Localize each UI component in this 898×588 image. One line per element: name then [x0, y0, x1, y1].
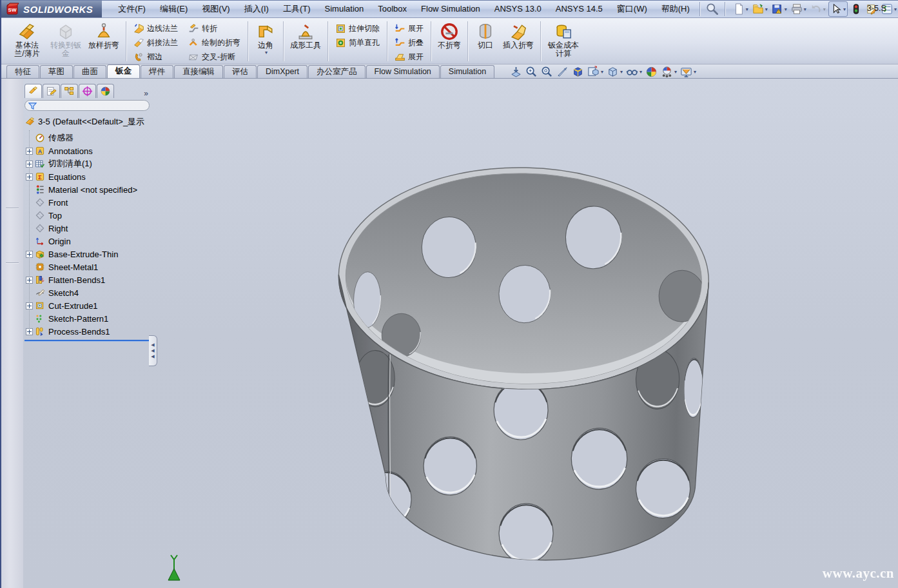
tree-item-Cut-Extrude1[interactable]: Cut-Extrude1 — [24, 299, 151, 312]
tree-item-Sketch4[interactable]: Sketch4 — [24, 286, 151, 299]
tree-item-Materialnotspecified[interactable]: Material <not specified> — [24, 183, 151, 196]
undo-button[interactable]: ▾ — [809, 1, 827, 17]
tab-Flow Simulation[interactable]: Flow Simulation — [366, 65, 440, 78]
menu-item-11[interactable]: 窗口(W) — [610, 1, 654, 17]
tab-评估[interactable]: 评估 — [224, 65, 257, 78]
tab-钣金[interactable]: 钣金 — [107, 64, 140, 78]
standard-view-7-button[interactable] — [5, 190, 20, 205]
edit-appearance-button[interactable]: ▾ — [679, 66, 697, 78]
standard-view-4-button[interactable] — [5, 139, 20, 155]
save-button[interactable]: !▾ — [770, 1, 788, 17]
zoom-to-area-button[interactable] — [525, 66, 538, 78]
hide-show-items-button-dropdown[interactable]: ▾ — [639, 69, 642, 75]
menu-item-1[interactable]: 文件(F) — [111, 1, 153, 17]
view-settings-button[interactable]: ▾ — [660, 66, 678, 78]
print-button-dropdown[interactable]: ▾ — [804, 6, 806, 12]
instant3d-button[interactable] — [5, 244, 20, 260]
edit-appearance-button-dropdown[interactable]: ▾ — [694, 69, 696, 75]
standard-view-5-button[interactable] — [5, 156, 20, 172]
configurationmanager-tab[interactable] — [61, 84, 78, 98]
tab-直接编辑[interactable]: 直接编辑 — [174, 65, 223, 78]
tree-item-传感器[interactable]: 传感器 — [24, 132, 151, 144]
tree-item-Base-Extrude-Thin[interactable]: Base-Extrude-Thin — [24, 248, 151, 260]
ribbon-button-insert-bends[interactable]: 插入折弯 — [500, 21, 536, 52]
view-orientation-button[interactable]: ▾ — [587, 66, 604, 78]
menu-item-12[interactable]: 帮助(H) — [654, 1, 697, 17]
ribbon-button-hem[interactable]: 褶边 — [130, 50, 181, 64]
ribbon-button-unfold[interactable]: 展开 — [391, 22, 427, 35]
tab-曲面[interactable]: 曲面 — [73, 65, 106, 78]
model-perforated-cylinder[interactable] — [23, 79, 898, 588]
3d-viewport[interactable]: www.ayc.cn » 3-5 (Default<<Default>_显示传感… — [23, 79, 898, 588]
tree-item-Origin[interactable]: Origin — [24, 235, 151, 248]
ribbon-button-convert-sheetmetal[interactable]: 转换到钣金 — [47, 21, 84, 60]
tree-item-切割清单(1)[interactable]: 切割清单(1) — [24, 157, 151, 170]
undo-button-dropdown[interactable]: ▾ — [823, 6, 826, 12]
save-button-dropdown[interactable]: ▾ — [785, 6, 787, 12]
open-button-dropdown[interactable]: ▾ — [765, 6, 768, 12]
propertymanager-tab[interactable] — [43, 84, 60, 98]
ribbon-button-sketched-bend[interactable]: 绘制的折弯 — [185, 36, 244, 50]
tree-item-Equations[interactable]: ΣEquations — [24, 170, 151, 183]
rebuild-button[interactable] — [849, 1, 863, 17]
tree-item-Sketch-Pattern1[interactable]: Sketch-Pattern1 — [24, 312, 151, 325]
rotate-view-button[interactable] — [556, 66, 569, 78]
ribbon-button-flatten[interactable]: 展开 — [391, 50, 427, 64]
displaymanager-tab[interactable] — [97, 84, 114, 98]
tab-办公室产品[interactable]: 办公室产品 — [308, 65, 366, 78]
view-orientation-button-dropdown[interactable]: ▾ — [601, 69, 603, 75]
ribbon-button-no-bends[interactable]: 不折弯 — [435, 21, 464, 52]
tree-item-Right[interactable]: Right — [24, 222, 151, 235]
expand-plus-icon[interactable] — [26, 302, 33, 309]
menu-item-9[interactable]: ANSYS 13.0 — [487, 1, 549, 17]
tab-Simulation[interactable]: Simulation — [440, 65, 494, 78]
tab-草图[interactable]: 草图 — [40, 65, 73, 78]
ribbon-button-jog[interactable]: 转折 — [185, 22, 244, 35]
ribbon-button-extruded-cut[interactable]: 拉伸切除 — [332, 22, 383, 35]
expand-plus-icon[interactable] — [26, 173, 33, 181]
tree-root-item[interactable]: 3-5 (Default<<Default>_显示 — [24, 115, 151, 128]
ribbon-button-edge-flange[interactable]: 边线法兰 — [130, 22, 181, 35]
menu-item-4[interactable]: 插入(I) — [237, 1, 276, 17]
tab-焊件[interactable]: 焊件 — [141, 65, 173, 78]
tree-item-Sheet-Metal1[interactable]: Sheet-Metal1 — [24, 260, 151, 273]
ribbon-button-forming-tool[interactable]: 成形工具 — [288, 21, 324, 52]
expand-plus-icon[interactable] — [26, 148, 33, 155]
expand-plus-icon[interactable] — [26, 328, 33, 335]
zoom-to-fit-button[interactable] — [509, 66, 523, 78]
tree-item-Annotations[interactable]: AAnnotations — [24, 144, 151, 157]
select-button[interactable]: ▾ — [828, 1, 848, 17]
menu-item-7[interactable]: Toolbox — [371, 1, 414, 17]
standard-view-3-button[interactable] — [5, 122, 20, 138]
tree-item-Flatten-Bends1[interactable]: Flatten-Bends1 — [24, 273, 151, 286]
menu-item-6[interactable]: Simulation — [318, 1, 371, 17]
search-icon[interactable] — [705, 2, 719, 16]
ribbon-button-corner[interactable]: 边角▾ — [252, 21, 279, 57]
ribbon-button-costing[interactable]: 钣金成本计算 — [545, 21, 582, 60]
open-button[interactable]: ▾ — [751, 1, 769, 17]
tree-item-Front[interactable]: Front — [24, 196, 151, 209]
tree-item-Top[interactable]: Top — [24, 209, 151, 222]
new-document-button[interactable]: ▾ — [732, 1, 750, 17]
expand-plus-icon[interactable] — [26, 251, 33, 258]
menu-item-3[interactable]: 视图(V) — [195, 1, 237, 17]
standard-view-6-button[interactable] — [5, 173, 20, 188]
display-style-button-dropdown[interactable]: ▾ — [620, 69, 623, 75]
zoom-in-out-button[interactable] — [540, 66, 554, 78]
tab-特征[interactable]: 特征 — [6, 65, 39, 78]
ribbon-button-corner-dropdown[interactable]: ▾ — [265, 50, 268, 55]
rollback-bar[interactable] — [24, 340, 150, 342]
tab-DimXpert[interactable]: DimXpert — [257, 65, 307, 78]
feature-tool-2-button[interactable] — [5, 282, 20, 298]
feature-tool-1-button[interactable] — [5, 266, 20, 281]
new-document-button-dropdown[interactable]: ▾ — [746, 6, 748, 12]
ribbon-button-rip[interactable]: 切口 — [472, 21, 499, 52]
featuremanager-tab[interactable] — [24, 84, 42, 98]
hide-show-items-button[interactable]: ▾ — [625, 66, 643, 78]
menu-item-2[interactable]: 编辑(E) — [153, 1, 195, 17]
apply-scene-button[interactable] — [645, 66, 658, 78]
panel-collapse-handle[interactable]: ◀◀◀ — [149, 335, 157, 366]
print-button[interactable]: ▾ — [790, 1, 808, 17]
standard-view-1-button[interactable] — [5, 89, 20, 104]
panel-overflow-chevron[interactable]: » — [144, 89, 148, 98]
